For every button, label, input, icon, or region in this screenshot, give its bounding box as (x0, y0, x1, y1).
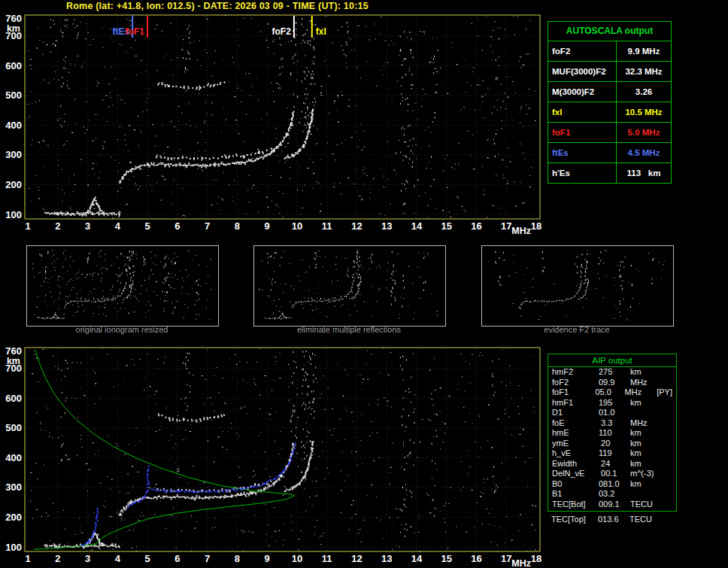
trace-F-trace-extraordinary (123, 281, 133, 300)
plot-border (255, 247, 444, 324)
aip-val: 009.1 (599, 500, 627, 510)
autoscala-output-table: AUTOSCALA output foF29.9 MHzMUF(3000)F23… (548, 21, 672, 184)
aip-val: 09.9 (599, 378, 627, 388)
autoscala-param-value: 4.5 MHz (617, 143, 671, 163)
aip-val: 05.0 (595, 387, 621, 398)
aip-lbl: hmE (552, 428, 599, 439)
autoscala-param-name: foF1 (548, 123, 617, 142)
echo-noise (30, 348, 536, 552)
y-tick-label: 500 (5, 90, 22, 101)
y-tick-label: 500 (5, 422, 22, 433)
autoscala-param-value: 3.26 (617, 82, 671, 102)
aip-unit: km (627, 428, 665, 439)
aip-val: 3.3 (599, 418, 627, 429)
aip-row-yme: ymE 20km (548, 439, 676, 449)
x-tick-label: 16 (471, 553, 481, 564)
trace-second-hop-echo (157, 82, 226, 90)
y-tick-label: 300 (5, 481, 22, 493)
trace-Es-layer-trace (265, 317, 292, 319)
aip-row-d1: D101.0 (548, 408, 676, 418)
echo-noise (32, 250, 211, 320)
autoscala-param-name: M(3000)F2 (548, 82, 617, 102)
aip-val: 081.0 (599, 479, 627, 490)
aip-extra (665, 459, 672, 469)
electron-density-profile-line (34, 350, 295, 549)
trace-second-hop-echo (158, 413, 225, 422)
x-tick-label: 1 (25, 220, 30, 232)
aip-unit: km (627, 459, 665, 469)
x-tick-label: 7 (205, 220, 210, 232)
aip-row-delnve: DelN_vE 00.1m^(-3) (548, 469, 676, 479)
aip-extra: [PY] (657, 387, 672, 398)
autoscala-row-ftes: ftEs4.5 MHz (548, 143, 671, 163)
plot-border (483, 247, 672, 324)
aip-lbl: foF1 (552, 387, 595, 398)
x-tick-label: 5 (144, 220, 150, 232)
x-tick-label: 10 (292, 553, 302, 564)
aip-val: 195 (599, 398, 627, 409)
x-tick-label: 8 (235, 220, 240, 232)
autoscala-param-name: foF2 (548, 41, 617, 61)
aip-row-hme: hmE110km (548, 428, 676, 439)
station-date-header: Rome (lat: +41.8, lon: 012.5) - DATE: 20… (66, 1, 369, 11)
autoscala-param-value: 10.5 MHz (617, 102, 671, 122)
y-tick-label: 100 (5, 542, 22, 553)
x-tick-label: 8 (235, 553, 240, 564)
aip-unit: TECU (626, 514, 664, 525)
trace-F-trace-ordinary (119, 111, 295, 184)
autoscala-row-m3000f2: M(3000)F23.26 (548, 82, 671, 102)
axis-labels: 100200300400500600700760km12345678910111… (5, 345, 541, 568)
x-tick-label: 4 (115, 220, 121, 232)
y-tick-label: 100 (5, 209, 22, 220)
plot-grid (26, 16, 539, 218)
autoscala-param-name: h'Es (548, 163, 617, 183)
trace-Es-layer-trace (44, 211, 120, 217)
aip-extra (665, 439, 672, 449)
aip-unit: km (627, 439, 665, 449)
autoscala-param-name: MUF(3000)F2 (548, 62, 617, 81)
x-tick-label: 11 (322, 553, 332, 564)
autoscala-param-value: 32.3 MHz (617, 62, 671, 81)
aip-row-tectop: TEC[Top]013.6TECU (548, 512, 677, 525)
autoscala-row-fxi: fxI10.5 MHz (548, 102, 671, 123)
aip-unit: MHz (627, 378, 665, 388)
aip-lbl: foE (552, 418, 599, 429)
y-tick-label: 400 (5, 452, 22, 463)
aip-lbl: ymE (552, 439, 599, 449)
autoscala-param-name: ftEs (548, 143, 617, 163)
aip-lbl: B0 (552, 479, 599, 490)
aip-extra (665, 367, 672, 378)
x-tick-label: 3 (85, 220, 90, 232)
y-axis-unit: km (7, 23, 20, 34)
aip-unit (627, 489, 665, 500)
aip-output-title: AIP output (548, 354, 676, 367)
autoscala-row-hes: h'Es113 km (548, 163, 671, 183)
aip-extra (665, 500, 672, 510)
x-tick-label: 7 (205, 553, 210, 564)
marker-label-foF1: foF1 (126, 26, 145, 37)
aip-row-fof1: foF105.0MHz[PY] (548, 387, 676, 398)
thumbnail-caption-filtered: eliminate multiple reflections (253, 325, 444, 334)
aip-extra (665, 448, 672, 459)
marker-label-fxI: fxI (316, 26, 326, 37)
x-tick-label: 14 (411, 220, 423, 232)
autoscala-screen: Rome (lat: +41.8, lon: 012.5) - DATE: 20… (0, 0, 728, 568)
aip-extra (665, 408, 672, 418)
ionogram-top-plot: ftEsfoF1foF2fxI100200300400500600700760k… (0, 11, 544, 238)
trace-F-trace-ordinary (519, 284, 582, 308)
aip-unit: km (627, 479, 665, 490)
x-tick-label: 4 (115, 553, 121, 564)
aip-unit: km (627, 367, 665, 378)
aip-extra (665, 428, 672, 439)
x-tick-label: 5 (144, 553, 150, 564)
scaled-frequency-markers: ftEsfoF1foF2fxI (113, 16, 326, 38)
y-tick-label: 200 (5, 512, 22, 523)
aip-row-ewidth: Ewidth 24km (548, 459, 676, 469)
thumbnail-f2-evidence-plot (482, 246, 672, 324)
x-tick-label: 12 (351, 220, 362, 232)
aip-extra (665, 398, 672, 409)
x-axis-unit: MHz (511, 226, 531, 236)
x-tick-label: 10 (292, 220, 302, 232)
aip-val: 275 (599, 367, 627, 378)
aip-unit: m^(-3) (627, 469, 665, 479)
